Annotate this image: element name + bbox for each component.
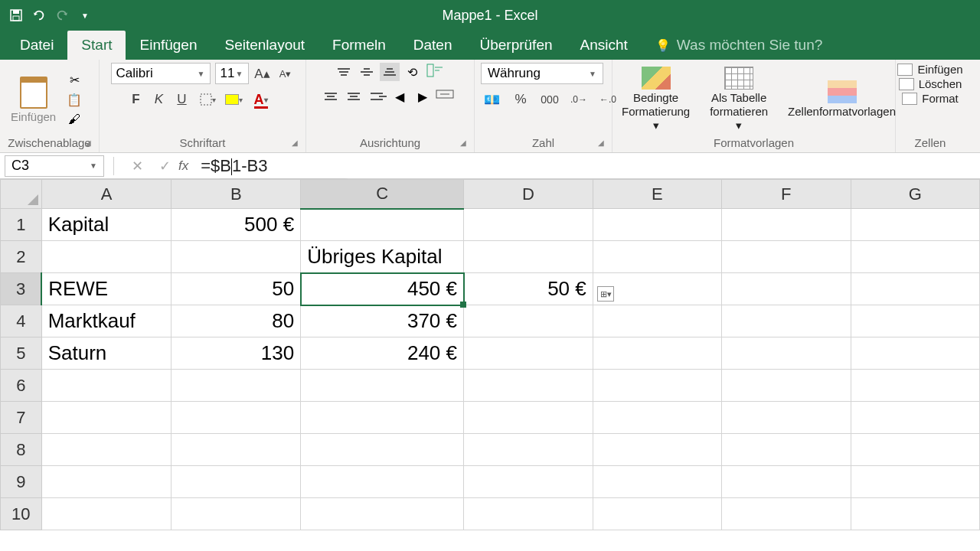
conditional-formatting-button[interactable]: BedingteFormatierung ▾ <box>619 65 693 134</box>
align-bottom-icon[interactable] <box>380 63 400 81</box>
undo-icon[interactable] <box>32 8 46 22</box>
cell-F8[interactable] <box>722 434 851 466</box>
comma-format-icon[interactable]: 000 <box>539 90 560 109</box>
cell-C5[interactable]: 240 € <box>301 337 464 370</box>
alignment-launcher-icon[interactable]: ◢ <box>460 139 471 149</box>
cell-E7[interactable] <box>593 402 721 434</box>
row-header-4[interactable]: 4 <box>1 305 42 337</box>
cell-G7[interactable] <box>851 402 979 434</box>
cell-F7[interactable] <box>722 402 851 434</box>
format-painter-icon[interactable]: 🖌 <box>65 112 83 127</box>
format-as-table-button[interactable]: Als Tabelleformatieren ▾ <box>707 65 771 134</box>
cell-C10[interactable] <box>301 498 464 530</box>
cell-D8[interactable] <box>464 434 593 466</box>
cell-F2[interactable] <box>722 241 851 273</box>
tab-daten[interactable]: Daten <box>400 31 466 60</box>
percent-format-icon[interactable]: % <box>510 90 531 109</box>
cell-B10[interactable] <box>172 498 301 530</box>
cell-D1[interactable] <box>464 209 593 241</box>
row-header-3[interactable]: 3 <box>1 273 42 305</box>
cell-F3[interactable] <box>722 273 851 305</box>
cell-D4[interactable] <box>464 305 593 337</box>
cell-A4[interactable]: Marktkauf <box>41 305 172 337</box>
cell-E10[interactable] <box>593 498 721 530</box>
cell-E8[interactable] <box>593 434 721 466</box>
cell-F9[interactable] <box>722 466 851 498</box>
name-box[interactable]: C3 ▼ <box>5 155 104 177</box>
cell-F4[interactable] <box>722 305 851 337</box>
cell-B6[interactable] <box>172 370 301 402</box>
qat-customize-icon[interactable]: ▼ <box>78 8 92 22</box>
increase-font-icon[interactable]: A▴ <box>253 64 272 83</box>
cell-D2[interactable] <box>464 241 593 273</box>
cell-G10[interactable] <box>851 498 979 530</box>
paste-button[interactable]: Einfügen <box>6 75 60 125</box>
cell-D3[interactable]: 50 € <box>464 273 593 305</box>
accounting-format-icon[interactable]: 💶 <box>481 90 502 109</box>
number-format-select[interactable]: Währung ▼ <box>481 63 603 84</box>
cell-G8[interactable] <box>851 434 979 466</box>
cell-D7[interactable] <box>464 402 593 434</box>
format-cells-button[interactable]: Format <box>902 92 959 105</box>
cell-styles-button[interactable]: Zellenformatvorlagen <box>785 79 899 120</box>
bold-button[interactable]: F <box>127 90 145 109</box>
cell-C8[interactable] <box>301 434 464 466</box>
cell-C4[interactable]: 370 € <box>301 305 464 337</box>
cell-E4[interactable] <box>593 305 721 337</box>
cell-C7[interactable] <box>301 402 464 434</box>
tab-ansicht[interactable]: Ansicht <box>567 31 642 60</box>
cell-A9[interactable] <box>41 466 172 498</box>
cell-E2[interactable] <box>593 241 721 273</box>
cell-A3[interactable]: REWE <box>41 273 172 305</box>
increase-indent-icon[interactable]: ▶ <box>413 87 433 106</box>
cell-E6[interactable] <box>593 370 721 402</box>
cell-C6[interactable] <box>301 370 464 402</box>
cell-A2[interactable] <box>41 241 172 273</box>
redo-icon[interactable] <box>55 8 69 22</box>
decrease-indent-icon[interactable]: ◀ <box>390 87 410 106</box>
tab-formeln[interactable]: Formeln <box>318 31 400 60</box>
align-top-icon[interactable] <box>334 63 354 81</box>
cell-G1[interactable] <box>851 209 979 241</box>
cell-E1[interactable] <box>593 209 721 241</box>
borders-button[interactable]: ▾ <box>196 90 220 109</box>
italic-button[interactable]: K <box>150 90 168 109</box>
col-header-G[interactable]: G <box>851 180 979 209</box>
align-left-icon[interactable] <box>321 87 341 106</box>
cell-B9[interactable] <box>172 466 301 498</box>
cell-D6[interactable] <box>464 370 593 402</box>
cell-A7[interactable] <box>41 402 172 434</box>
row-header-6[interactable]: 6 <box>1 370 42 402</box>
increase-decimal-icon[interactable]: .0→ <box>568 90 590 109</box>
merge-cells-icon[interactable] <box>436 87 460 106</box>
cell-G4[interactable] <box>851 305 979 337</box>
clipboard-launcher-icon[interactable]: ◢ <box>85 139 96 149</box>
select-all-corner[interactable] <box>1 180 42 209</box>
cell-B4[interactable]: 80 <box>172 305 301 337</box>
orientation-icon[interactable]: ⟲ <box>403 63 423 81</box>
row-header-5[interactable]: 5 <box>1 337 42 370</box>
tab-start[interactable]: Start <box>67 31 126 60</box>
enter-formula-icon[interactable]: ✓ <box>157 158 172 174</box>
cell-C3[interactable]: 450 € <box>301 273 464 305</box>
cut-icon[interactable]: ✂ <box>65 72 83 87</box>
fx-icon[interactable]: fx <box>178 158 188 174</box>
cell-E5[interactable] <box>593 337 721 370</box>
wrap-text-icon[interactable] <box>426 63 447 81</box>
cell-F1[interactable] <box>722 209 851 241</box>
cell-B1[interactable]: 500 € <box>172 209 301 241</box>
col-header-C[interactable]: C <box>301 180 464 209</box>
cell-G9[interactable] <box>851 466 979 498</box>
cell-B2[interactable] <box>172 241 301 273</box>
row-header-2[interactable]: 2 <box>1 241 42 273</box>
cell-C9[interactable] <box>301 466 464 498</box>
tab-einfuegen[interactable]: Einfügen <box>126 31 211 60</box>
fill-color-button[interactable]: ▾ <box>225 90 250 109</box>
cell-E9[interactable] <box>593 466 721 498</box>
col-header-A[interactable]: A <box>41 180 172 209</box>
align-middle-icon[interactable] <box>357 63 377 81</box>
tab-datei[interactable]: Datei <box>6 31 67 60</box>
insert-cells-button[interactable]: Einfügen <box>897 63 962 76</box>
copy-icon[interactable]: 📋 <box>65 92 83 107</box>
font-name-select[interactable]: Calibri ▼ <box>111 63 211 84</box>
